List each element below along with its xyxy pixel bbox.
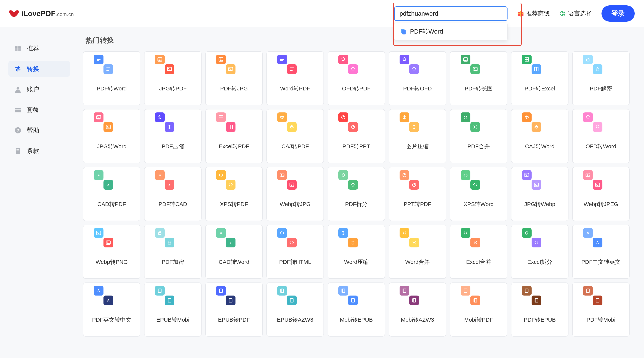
tool-card[interactable]: PDF解密	[572, 51, 630, 105]
sidebar-item-label: 推荐	[27, 44, 39, 52]
tool-label: PDF转EPUB	[524, 316, 556, 324]
tool-card[interactable]: PDF英文转中文	[83, 282, 140, 336]
sidebar-item-terms[interactable]: 条款	[8, 143, 70, 159]
login-button[interactable]: 登录	[602, 6, 635, 22]
tool-label: Word转PDF	[280, 85, 310, 92]
tool-card[interactable]: EPUB转Mobi	[144, 282, 202, 336]
tool-label: Excel拆分	[527, 258, 552, 266]
sidebar-item-account[interactable]: 账户	[8, 81, 70, 97]
tool-card[interactable]: Excel转PDF	[205, 109, 263, 163]
sidebar-item-convert[interactable]: 转换	[8, 61, 70, 77]
tool-card[interactable]: CAJ转PDF	[266, 109, 324, 163]
tool-card[interactable]: PDF转Mobi	[572, 282, 630, 336]
language-link[interactable]: 语言选择	[559, 10, 592, 18]
tool-label: XPS转Word	[464, 200, 494, 208]
tool-label: Excel转PDF	[219, 143, 249, 150]
tool-card[interactable]: PDF转长图	[450, 51, 507, 105]
tool-label: Webp转JPEG	[584, 200, 618, 208]
tool-card[interactable]: PDF转EPUB	[511, 282, 568, 336]
tool-card[interactable]: Word转PDF	[266, 51, 324, 105]
search-wrap: PDF转Word	[394, 6, 508, 21]
search-input[interactable]	[394, 6, 508, 21]
tool-icon	[348, 64, 364, 79]
tool-label: PDF转HTML	[279, 258, 311, 266]
doc-icon	[400, 28, 407, 35]
tool-card[interactable]: OFD转Word	[572, 109, 630, 163]
sidebar-item-help[interactable]: 帮助	[8, 122, 70, 138]
tool-card[interactable]: 图片压缩	[389, 109, 446, 163]
tools-grid: PDF转Word JPG转PDF PDF转JPG Word转PDF	[83, 51, 636, 336]
tool-label: Word合并	[405, 258, 430, 266]
tool-card[interactable]: CAD转Word	[205, 225, 263, 279]
tool-card[interactable]: Excel合并	[450, 225, 507, 279]
globe-icon	[559, 10, 566, 17]
sidebar-item-plan[interactable]: 套餐	[8, 102, 70, 118]
tool-card[interactable]: CAJ转Word	[511, 109, 568, 163]
tool-card[interactable]: JPG转Word	[83, 109, 140, 163]
tool-card[interactable]: CAD转PDF	[83, 167, 140, 221]
referral-link[interactable]: 推荐赚钱	[517, 10, 550, 18]
tool-label: PDF加密	[162, 258, 184, 266]
tool-icon	[287, 296, 303, 310]
swap-icon	[14, 65, 22, 73]
tool-card[interactable]: Mobi转AZW3	[389, 282, 446, 336]
tool-card[interactable]: Webp转PNG	[83, 225, 140, 279]
tool-icon	[226, 64, 242, 79]
tool-icon	[104, 180, 120, 194]
tool-card[interactable]: PDF转CAD	[144, 167, 202, 221]
header-right: PDF转Word 推荐赚钱 语言选择 登录	[394, 6, 635, 22]
tool-card[interactable]: Word合并	[389, 225, 446, 279]
dropdown-item-label: PDF转Word	[410, 28, 443, 36]
tool-card[interactable]: EPUB转PDF	[205, 282, 263, 336]
tool-card[interactable]: PDF合并	[450, 109, 507, 163]
tool-label: Mobi转PDF	[464, 316, 493, 324]
brand[interactable]: iLovePDF.com.cn	[9, 9, 74, 18]
tool-card[interactable]: PDF转PPT	[328, 109, 385, 163]
tool-icon	[470, 122, 487, 137]
tool-icon	[409, 122, 426, 137]
tool-card[interactable]: JPG转PDF	[144, 51, 202, 105]
tool-card[interactable]: PPT转PDF	[389, 167, 446, 221]
tool-card[interactable]: PDF中文转英文	[572, 225, 630, 279]
tool-label: PDF转OFD	[403, 85, 432, 92]
tool-card[interactable]: Webp转JPEG	[572, 167, 630, 221]
tool-card[interactable]: PDF加密	[144, 225, 202, 279]
sidebar-item-label: 套餐	[27, 106, 39, 114]
sidebar-item-label: 条款	[27, 146, 39, 155]
tool-card[interactable]: PDF转OFD	[389, 51, 446, 105]
tool-card[interactable]: XPS转PDF	[205, 167, 263, 221]
tool-label: OFD转PDF	[342, 85, 370, 92]
tool-icon	[348, 296, 364, 310]
tool-card[interactable]: Mobi转EPUB	[328, 282, 385, 336]
tool-icon	[104, 296, 120, 310]
tool-label: PDF转Mobi	[586, 316, 615, 324]
sidebar-item-recommend[interactable]: 推荐	[8, 40, 70, 56]
tool-card[interactable]: Webp转JPG	[266, 167, 324, 221]
tool-card[interactable]: EPUB转AZW3	[266, 282, 324, 336]
tool-card[interactable]: XPS转Word	[450, 167, 507, 221]
tool-label: PDF合并	[468, 143, 490, 150]
sidebar-item-label: 账户	[27, 85, 39, 94]
tool-icon	[348, 122, 364, 137]
tool-card[interactable]: PDF转JPG	[205, 51, 263, 105]
tool-label: PDF转PPT	[342, 143, 370, 150]
tool-card[interactable]: PDF拆分	[328, 167, 385, 221]
tool-card[interactable]: OFD转PDF	[328, 51, 385, 105]
tool-card[interactable]: Excel拆分	[511, 225, 568, 279]
tool-card[interactable]: JPG转Webp	[511, 167, 568, 221]
tool-card[interactable]: PDF压缩	[144, 109, 202, 163]
tool-icon	[287, 238, 303, 252]
tool-card[interactable]: PDF转Word	[83, 51, 140, 105]
tool-card[interactable]: Word压缩	[328, 225, 385, 279]
referral-label: 推荐赚钱	[526, 10, 550, 18]
tool-card[interactable]: PDF转HTML	[266, 225, 324, 279]
tool-card[interactable]: PDF转Excel	[511, 51, 568, 105]
tool-card[interactable]: Mobi转PDF	[450, 282, 507, 336]
tool-icon	[226, 122, 242, 137]
tool-label: PDF解密	[590, 85, 612, 92]
tool-icon	[287, 180, 303, 194]
tool-icon	[104, 122, 120, 137]
dropdown-item[interactable]: PDF转Word	[394, 24, 507, 39]
tool-icon	[104, 238, 120, 252]
help-icon	[14, 126, 22, 134]
